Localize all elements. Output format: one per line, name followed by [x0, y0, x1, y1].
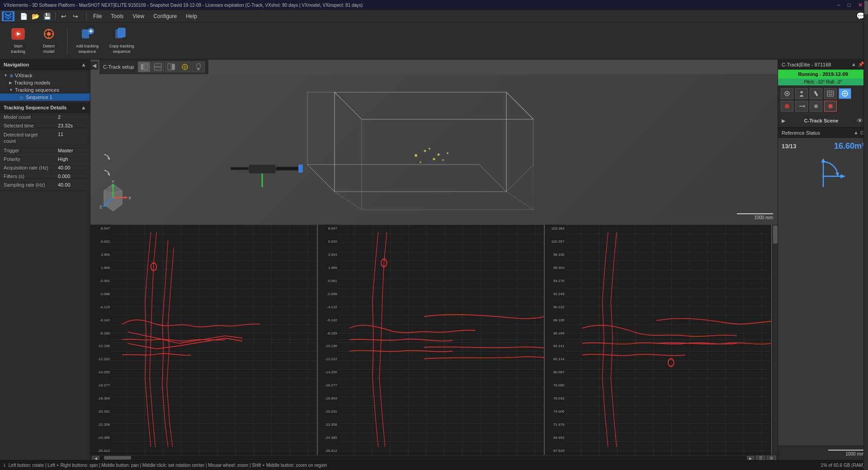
- setup-btn-2[interactable]: [151, 61, 164, 72]
- save-btn[interactable]: 💾: [42, 11, 52, 21]
- svg-point-71: [786, 93, 788, 94]
- ctrack-tool-red[interactable]: [781, 101, 793, 112]
- svg-text:Z: Z: [99, 205, 102, 209]
- open-btn[interactable]: 📂: [30, 11, 41, 21]
- details-collapse-button[interactable]: ▲: [81, 104, 86, 111]
- right-panel-scrollbar[interactable]: [863, 0, 868, 470]
- chart-right-scrollbar[interactable]: [772, 225, 778, 455]
- menu-tools[interactable]: Tools: [106, 12, 128, 20]
- grid-view-btn[interactable]: ⊞: [767, 456, 776, 460]
- quick-access-toolbar: 📄 📂 💾 ↩ ↪: [18, 11, 81, 21]
- details-table: Model count 2 Selected time 23.32s Detec…: [0, 113, 90, 189]
- ref-status-collapse[interactable]: ▲: [854, 130, 859, 136]
- detect-model-button[interactable]: Detectmodel: [34, 25, 63, 57]
- scroll-track[interactable]: [99, 456, 747, 460]
- ctrack-tool-map[interactable]: [824, 88, 837, 99]
- svg-rect-46: [249, 164, 276, 174]
- svg-rect-50: [231, 167, 249, 170]
- ctrack-tool-globe[interactable]: [839, 88, 851, 99]
- reference-status-content: 13/13 16.60m³: [778, 138, 868, 446]
- scroll-thumb[interactable]: [104, 456, 131, 460]
- copy-tracking-sequence-button[interactable]: Copy trackingsequence: [105, 25, 138, 57]
- ctrack-tool-arrow[interactable]: [795, 101, 808, 112]
- detail-row-trigger: Trigger Master: [0, 146, 90, 155]
- ctrack-tool-wrench[interactable]: [810, 88, 822, 99]
- ctrack-setup-bar: C-Track setup: [99, 60, 208, 74]
- detail-value-selected-time: 23.32s: [58, 123, 73, 128]
- viewport-collapse-button[interactable]: ◀: [90, 61, 98, 70]
- viewport-3d[interactable]: C-Track setup ◀: [90, 60, 778, 225]
- minimize-button[interactable]: −: [835, 2, 842, 8]
- menu-configure[interactable]: Configure: [149, 12, 181, 20]
- copy-tracking-sequence-label: Copy trackingsequence: [109, 44, 134, 54]
- y-label-2-3: 1.966: [319, 266, 337, 270]
- y-label-1-3: 1.966: [91, 266, 110, 270]
- setup-btn-5[interactable]: [192, 61, 205, 72]
- detail-row-model-count: Model count 2: [0, 113, 90, 122]
- scene-3d[interactable]: X Y Z 1000 mm: [90, 74, 778, 225]
- tree-arrow-tracking-sequences: ▼: [9, 88, 13, 92]
- tree-label-vxtrack: VXtrack: [15, 73, 33, 78]
- y-label-2-16: -24.385: [319, 436, 337, 440]
- title-text: VXelements - 3D Software Platform - MaxS…: [4, 3, 363, 8]
- ref-status-controls: ▲ ⊡: [854, 130, 864, 136]
- ctrack-scene-eye-btn[interactable]: 👁: [855, 116, 864, 125]
- svg-rect-25: [197, 64, 200, 68]
- reference-axis-svg: [801, 155, 846, 191]
- chart-scrollbar-thumb[interactable]: [773, 226, 778, 244]
- start-tracking-button[interactable]: Starttracking: [4, 25, 33, 57]
- svg-point-5: [47, 32, 51, 36]
- svg-point-45: [447, 152, 448, 154]
- ctrack-tool-settings[interactable]: [781, 88, 793, 99]
- chart-area[interactable]: 8.047 8.047 6.020 3.993 1.966 -0.061 -2.…: [90, 225, 778, 460]
- tree-item-vxtrack[interactable]: ▼ ⊕ VXtrack: [0, 72, 90, 79]
- svg-point-40: [433, 158, 435, 160]
- ctrack-tool-dot[interactable]: [810, 101, 822, 112]
- detect-model-icon: [42, 28, 56, 42]
- tree-item-tracking-sequences[interactable]: ▼ Tracking sequences: [0, 86, 90, 94]
- running-status-text: Running - 2019-12-09: [798, 71, 848, 77]
- svg-marker-28: [307, 164, 506, 192]
- setup-btn-4[interactable]: [179, 61, 191, 72]
- tree-item-tracking-models[interactable]: ▶ Tracking models: [0, 79, 90, 86]
- svg-marker-62: [107, 158, 110, 160]
- ctrack-tools: [778, 85, 868, 114]
- scroll-left-btn[interactable]: ◀: [92, 456, 99, 460]
- menu-help[interactable]: Help: [181, 12, 202, 20]
- tree-item-sequence1[interactable]: ▶ ▷ Sequence 1: [0, 94, 90, 101]
- tracking-sequence-details-header: Tracking Sequence Details ▲: [0, 103, 90, 113]
- maximize-button[interactable]: □: [846, 2, 853, 8]
- svg-marker-54: [125, 196, 127, 199]
- add-tracking-sequence-label: Add trackingsequence: [76, 44, 99, 54]
- right-panel-scrollbar-thumb[interactable]: [864, 1, 868, 14]
- new-btn[interactable]: 📄: [18, 11, 29, 21]
- undo-btn[interactable]: ↩: [58, 11, 69, 21]
- chart-bottom-scrollbar[interactable]: ◀ ▶ ☰ ⊞: [90, 455, 778, 460]
- detail-row-polarity: Polarity High: [0, 155, 90, 164]
- y-label-3-13: 76.033: [546, 396, 564, 400]
- svg-point-43: [438, 154, 440, 156]
- y-label-3-6: 90.222: [546, 305, 564, 309]
- setup-btn-3[interactable]: [165, 61, 178, 72]
- y-label-1-7: -6.142: [91, 318, 110, 322]
- ctrack-tool-person[interactable]: [795, 88, 808, 99]
- ctrack-scene-chevron[interactable]: ▶: [782, 118, 785, 124]
- scale-bar: 1000 mm: [737, 213, 773, 220]
- setup-btn-1[interactable]: [138, 61, 151, 72]
- svg-rect-19: [154, 67, 161, 70]
- scroll-right-btn[interactable]: ▶: [747, 456, 754, 460]
- toolbar-separator-1: [67, 28, 67, 55]
- add-tracking-sequence-button[interactable]: Add trackingsequence: [71, 25, 104, 57]
- right-scale-label: 1000 mm: [845, 451, 864, 456]
- running-sub-text: Pitch: -10° Roll: -2°: [804, 80, 842, 85]
- list-view-btn[interactable]: ☰: [756, 456, 765, 460]
- menu-file[interactable]: File: [89, 12, 106, 20]
- collapse-ctrack-btn[interactable]: ▲: [851, 61, 856, 67]
- ref-count-fraction: 13/13: [782, 143, 797, 150]
- redo-btn[interactable]: ↪: [70, 11, 81, 21]
- navigation-collapse-button[interactable]: ▲: [81, 61, 86, 68]
- ctrack-elite-header: C-Track|Elite - 871168 ▲ 📌: [778, 60, 868, 70]
- ctrack-tool-red2[interactable]: [824, 101, 837, 112]
- tracking-lines-3: [565, 225, 771, 455]
- menu-view[interactable]: View: [128, 12, 149, 20]
